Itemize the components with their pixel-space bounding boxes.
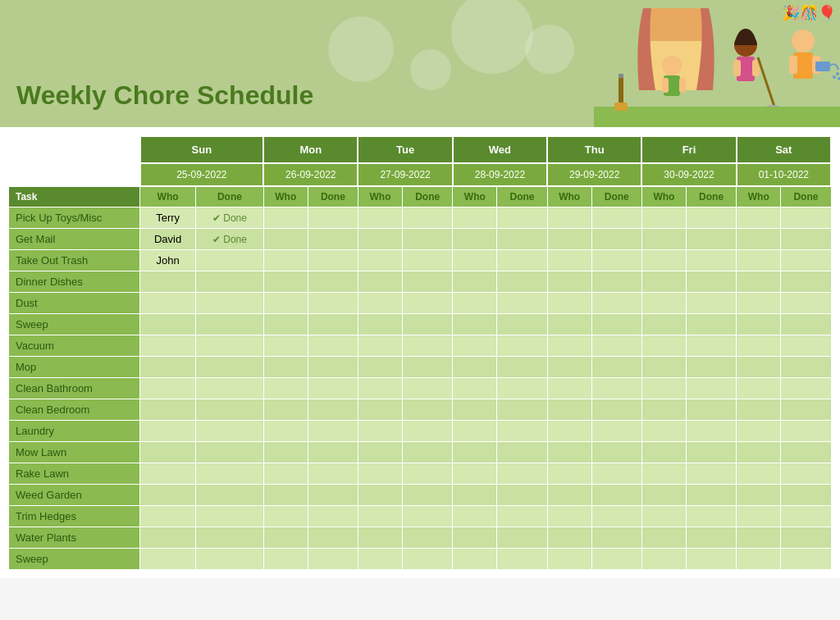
- fri-done-cell[interactable]: [687, 357, 737, 378]
- thu-done-cell[interactable]: [591, 549, 641, 570]
- wed-done-cell[interactable]: [497, 442, 547, 463]
- sun-who-cell[interactable]: Terry: [140, 207, 196, 229]
- sat-who-cell[interactable]: [737, 442, 781, 463]
- wed-who-cell[interactable]: [453, 378, 497, 399]
- sat-who-cell[interactable]: [737, 207, 781, 229]
- mon-done-cell[interactable]: [308, 549, 358, 570]
- fri-done-cell[interactable]: [687, 314, 737, 335]
- tue-who-cell[interactable]: [358, 357, 402, 378]
- tue-done-cell[interactable]: [403, 229, 453, 250]
- wed-who-cell[interactable]: [453, 250, 497, 271]
- thu-who-cell[interactable]: [547, 335, 591, 357]
- sun-done-cell[interactable]: [196, 335, 263, 357]
- task-cell[interactable]: Rake Lawn: [9, 463, 140, 485]
- wed-done-cell[interactable]: [497, 549, 547, 570]
- tue-who-cell[interactable]: [358, 335, 402, 357]
- tue-who-cell[interactable]: [358, 421, 402, 442]
- wed-done-cell[interactable]: [497, 421, 547, 442]
- mon-done-cell[interactable]: [308, 207, 358, 229]
- task-cell[interactable]: Take Out Trash: [9, 250, 140, 271]
- sun-done-cell[interactable]: [196, 527, 263, 549]
- wed-done-cell[interactable]: [497, 335, 547, 357]
- sun-who-cell[interactable]: [140, 399, 196, 421]
- tue-done-cell[interactable]: [403, 335, 453, 357]
- tue-done-cell[interactable]: [403, 357, 453, 378]
- task-cell[interactable]: Vacuum: [9, 335, 140, 357]
- mon-done-cell[interactable]: [308, 378, 358, 399]
- mon-who-cell[interactable]: [263, 485, 308, 506]
- sun-done-cell[interactable]: [196, 250, 263, 271]
- mon-who-cell[interactable]: [263, 314, 308, 335]
- mon-who-cell[interactable]: [263, 335, 308, 357]
- mon-who-cell[interactable]: [263, 463, 308, 485]
- thu-who-cell[interactable]: [547, 271, 591, 293]
- wed-who-cell[interactable]: [453, 229, 497, 250]
- thu-done-cell[interactable]: [591, 293, 641, 314]
- fri-who-cell[interactable]: [641, 463, 686, 485]
- fri-done-cell[interactable]: [687, 335, 737, 357]
- wed-done-cell[interactable]: [497, 271, 547, 293]
- sun-done-cell[interactable]: [196, 421, 263, 442]
- tue-who-cell[interactable]: [358, 442, 402, 463]
- sat-done-cell[interactable]: [781, 229, 831, 250]
- tue-who-cell[interactable]: [358, 485, 402, 506]
- tue-done-cell[interactable]: [403, 463, 453, 485]
- sun-done-cell[interactable]: [196, 485, 263, 506]
- fri-done-cell[interactable]: [687, 527, 737, 549]
- fri-who-cell[interactable]: [641, 271, 686, 293]
- sat-done-cell[interactable]: [781, 442, 831, 463]
- fri-done-cell[interactable]: [687, 378, 737, 399]
- tue-done-cell[interactable]: [403, 527, 453, 549]
- tue-who-cell[interactable]: [358, 314, 402, 335]
- tue-who-cell[interactable]: [358, 229, 402, 250]
- fri-who-cell[interactable]: [641, 549, 686, 570]
- fri-done-cell[interactable]: [687, 399, 737, 421]
- thu-who-cell[interactable]: [547, 229, 591, 250]
- sat-done-cell[interactable]: [781, 399, 831, 421]
- thu-done-cell[interactable]: [591, 442, 641, 463]
- thu-done-cell[interactable]: [591, 314, 641, 335]
- mon-done-cell[interactable]: [308, 229, 358, 250]
- wed-who-cell[interactable]: [453, 314, 497, 335]
- sun-done-cell[interactable]: [196, 549, 263, 570]
- sun-done-cell[interactable]: [196, 357, 263, 378]
- sat-done-cell[interactable]: [781, 506, 831, 527]
- mon-done-cell[interactable]: [308, 335, 358, 357]
- fri-who-cell[interactable]: [641, 314, 686, 335]
- fri-done-cell[interactable]: [687, 229, 737, 250]
- sun-done-cell[interactable]: [196, 378, 263, 399]
- task-cell[interactable]: Trim Hedges: [9, 506, 140, 527]
- sat-done-cell[interactable]: [781, 314, 831, 335]
- mon-who-cell[interactable]: [263, 293, 308, 314]
- sat-who-cell[interactable]: [737, 549, 781, 570]
- thu-done-cell[interactable]: [591, 463, 641, 485]
- thu-done-cell[interactable]: [591, 485, 641, 506]
- sat-who-cell[interactable]: [737, 506, 781, 527]
- sun-who-cell[interactable]: [140, 357, 196, 378]
- fri-who-cell[interactable]: [641, 421, 686, 442]
- sun-done-cell[interactable]: [196, 399, 263, 421]
- sun-who-cell[interactable]: David: [140, 229, 196, 250]
- wed-done-cell[interactable]: [497, 357, 547, 378]
- fri-who-cell[interactable]: [641, 207, 686, 229]
- sat-who-cell[interactable]: [737, 378, 781, 399]
- wed-done-cell[interactable]: [497, 485, 547, 506]
- mon-done-cell[interactable]: [308, 271, 358, 293]
- sat-who-cell[interactable]: [737, 271, 781, 293]
- sun-who-cell[interactable]: [140, 293, 196, 314]
- mon-done-cell[interactable]: [308, 399, 358, 421]
- mon-done-cell[interactable]: [308, 463, 358, 485]
- wed-done-cell[interactable]: [497, 527, 547, 549]
- sat-done-cell[interactable]: [781, 207, 831, 229]
- tue-done-cell[interactable]: [403, 421, 453, 442]
- wed-who-cell[interactable]: [453, 335, 497, 357]
- sun-done-cell[interactable]: ✔ Done: [196, 229, 263, 250]
- mon-who-cell[interactable]: [263, 506, 308, 527]
- thu-who-cell[interactable]: [547, 250, 591, 271]
- sun-who-cell[interactable]: [140, 314, 196, 335]
- fri-done-cell[interactable]: [687, 442, 737, 463]
- thu-who-cell[interactable]: [547, 378, 591, 399]
- wed-done-cell[interactable]: [497, 250, 547, 271]
- tue-who-cell[interactable]: [358, 506, 402, 527]
- mon-done-cell[interactable]: [308, 442, 358, 463]
